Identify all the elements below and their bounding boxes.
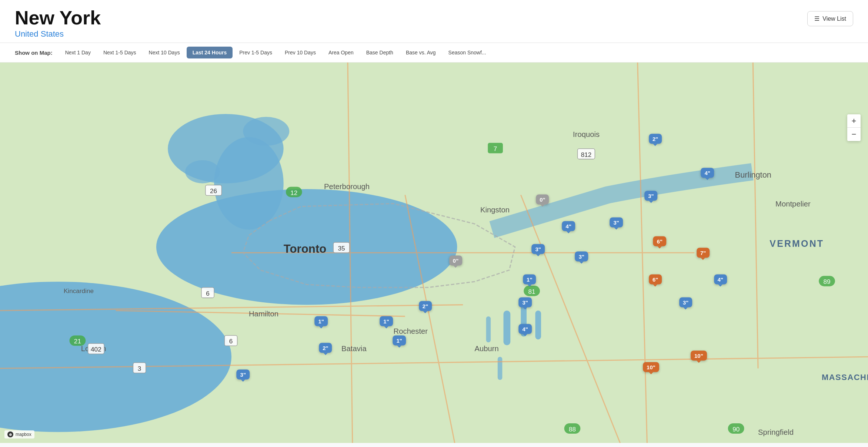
tab-base-vs-avg[interactable]: Base vs. Avg — [400, 47, 442, 58]
svg-rect-10 — [486, 316, 491, 342]
svg-text:21: 21 — [74, 338, 81, 345]
snow-marker-m9[interactable]: 6" — [653, 236, 666, 246]
zoom-controls: + − — [847, 114, 861, 141]
snow-marker-m2[interactable]: 4" — [701, 168, 714, 178]
snow-marker-m24[interactable]: 10" — [643, 362, 659, 372]
svg-text:Montpelier: Montpelier — [775, 200, 811, 208]
svg-text:12: 12 — [290, 189, 297, 196]
snow-marker-m14[interactable]: 4" — [714, 275, 727, 285]
snow-marker-m4[interactable]: 0" — [536, 195, 549, 205]
view-list-button[interactable]: ☰ View List — [807, 11, 853, 26]
svg-text:MASSACHI: MASSACHI — [822, 373, 868, 382]
svg-text:Toronto: Toronto — [284, 242, 327, 255]
map-svg: Toronto Hamilton London Kincardine Peter… — [0, 63, 868, 443]
snow-marker-m13[interactable]: 6" — [649, 275, 662, 285]
snow-marker-m15[interactable]: 3" — [679, 297, 692, 307]
snow-marker-m12[interactable]: 1" — [523, 275, 536, 285]
map-tabs: Next 1 DayNext 1-5 DaysNext 10 DaysLast … — [59, 47, 493, 58]
svg-text:812: 812 — [581, 151, 592, 158]
page-title: New York — [15, 7, 101, 28]
mapbox-logo: ⊕ mapbox — [4, 430, 34, 438]
map-background: Toronto Hamilton London Kincardine Peter… — [0, 63, 868, 443]
tab-prev-10-days[interactable]: Prev 10 Days — [279, 47, 322, 58]
tab-base-depth[interactable]: Base Depth — [360, 47, 399, 58]
svg-rect-9 — [535, 310, 541, 339]
svg-text:Auburn: Auburn — [474, 345, 498, 353]
mapbox-logo-icon: ⊕ — [7, 431, 13, 437]
svg-text:Kincardine: Kincardine — [64, 288, 94, 295]
snow-marker-m10[interactable]: 7" — [697, 248, 710, 258]
zoom-in-button[interactable]: + — [847, 114, 861, 128]
map-container: Toronto Hamilton London Kincardine Peter… — [0, 63, 868, 443]
svg-text:402: 402 — [91, 346, 101, 353]
list-icon: ☰ — [814, 15, 819, 22]
snow-marker-m23[interactable]: 1" — [315, 316, 328, 326]
tab-last-24-hours[interactable]: Last 24 Hours — [187, 47, 233, 58]
snow-marker-m5[interactable]: 4" — [562, 221, 575, 231]
svg-text:3: 3 — [138, 365, 141, 372]
tab-season-snowfall[interactable]: Season Snowf... — [443, 47, 492, 58]
page-subtitle: United States — [15, 29, 101, 39]
svg-text:Batavia: Batavia — [341, 345, 367, 353]
tab-next-1-day[interactable]: Next 1 Day — [59, 47, 97, 58]
snow-marker-m1[interactable]: 2" — [649, 134, 662, 144]
tab-prev-1-5-days[interactable]: Prev 1-5 Days — [233, 47, 278, 58]
svg-rect-11 — [498, 357, 503, 380]
snow-marker-m21[interactable]: 2" — [319, 343, 332, 353]
tab-area-open[interactable]: Area Open — [323, 47, 360, 58]
svg-point-4 — [214, 137, 284, 230]
svg-text:Springfield: Springfield — [758, 428, 794, 436]
snow-marker-m8[interactable]: 3" — [575, 252, 588, 262]
tab-next-1-5-days[interactable]: Next 1-5 Days — [97, 47, 142, 58]
svg-text:Kingston: Kingston — [480, 206, 510, 214]
svg-point-5 — [243, 117, 289, 146]
svg-text:88: 88 — [569, 426, 576, 433]
svg-point-6 — [185, 160, 220, 184]
svg-text:Hamilton: Hamilton — [249, 310, 278, 318]
svg-text:35: 35 — [338, 245, 345, 252]
svg-text:7: 7 — [494, 145, 497, 152]
snow-marker-m17[interactable]: 3" — [518, 297, 531, 307]
zoom-out-button[interactable]: − — [847, 128, 861, 141]
svg-text:Iroquois: Iroquois — [573, 131, 600, 139]
svg-text:90: 90 — [732, 426, 740, 433]
svg-text:26: 26 — [210, 187, 217, 195]
snow-marker-m25[interactable]: 10" — [691, 350, 707, 360]
svg-text:81: 81 — [528, 288, 535, 295]
svg-text:6: 6 — [229, 338, 233, 345]
svg-text:6: 6 — [206, 290, 210, 297]
show-on-map-label: Show on Map: — [15, 50, 53, 56]
snow-marker-m16[interactable]: 2" — [419, 301, 432, 311]
svg-rect-7 — [504, 310, 511, 345]
svg-text:VERMONT: VERMONT — [769, 239, 824, 249]
snow-marker-m6[interactable]: 3" — [610, 217, 623, 227]
snow-marker-m11[interactable]: 0" — [449, 255, 462, 265]
snow-marker-m18[interactable]: 4" — [518, 324, 531, 334]
svg-text:Peterborough: Peterborough — [324, 182, 370, 191]
svg-text:89: 89 — [823, 278, 830, 286]
location-info: New York United States — [15, 7, 101, 39]
svg-text:Burlington: Burlington — [735, 170, 771, 179]
snow-marker-m20[interactable]: 1" — [393, 335, 406, 345]
mapbox-logo-text: mapbox — [16, 432, 31, 437]
tab-next-10-days[interactable]: Next 10 Days — [143, 47, 186, 58]
snow-marker-m22[interactable]: 3" — [237, 370, 250, 380]
snow-marker-m7[interactable]: 3" — [532, 244, 545, 254]
snow-marker-m3[interactable]: 3" — [644, 191, 657, 201]
snow-marker-m19[interactable]: 1" — [380, 316, 393, 326]
svg-text:Rochester: Rochester — [394, 327, 428, 335]
page-header: New York United States ☰ View List — [0, 0, 868, 43]
map-controls-bar: Show on Map: Next 1 DayNext 1-5 DaysNext… — [0, 43, 868, 63]
